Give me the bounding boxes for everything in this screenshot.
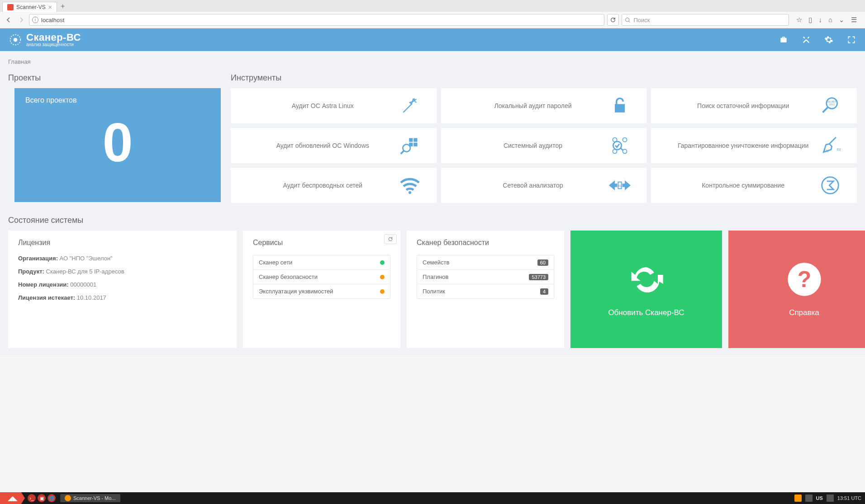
- tool-audit-astra[interactable]: Аудит ОС Astra Linux: [231, 88, 437, 123]
- browser-toolbar-icons: ☆ ▯ ↓ ⌂ ⌄ ☰: [792, 16, 861, 24]
- forward-button[interactable]: [16, 15, 26, 25]
- refresh-services-button[interactable]: [384, 234, 397, 244]
- status-dot-green: [380, 260, 385, 265]
- checklist-icon: [609, 135, 631, 156]
- stat-badge: 53773: [529, 274, 548, 280]
- clock[interactable]: 13:51 UTC: [837, 495, 861, 501]
- header-actions: [779, 35, 856, 44]
- status-dot-orange: [380, 289, 385, 294]
- stat-badge: 60: [537, 259, 548, 266]
- tool-windows-update-audit[interactable]: Аудит обновлений ОС Windows: [231, 128, 437, 163]
- svg-text:01: 01: [618, 184, 621, 187]
- sigma-icon: [819, 174, 841, 196]
- scanner-card: Сканер безопасности Семейств 60 Плагинов…: [407, 231, 564, 348]
- start-button[interactable]: ◢◣: [0, 492, 25, 504]
- lock-icon: [609, 95, 631, 117]
- arrows-icon: 01: [609, 174, 631, 196]
- downloads-icon[interactable]: ↓: [818, 16, 822, 24]
- tray-icon[interactable]: [805, 495, 813, 502]
- service-item: Эксплуатация уязвимостей: [253, 284, 390, 298]
- svg-rect-6: [409, 138, 413, 142]
- license-title: Лицензия: [18, 239, 227, 247]
- services-card: Сервисы Сканер сети Сканер безопасности …: [243, 231, 400, 348]
- back-button[interactable]: [4, 15, 14, 25]
- tab-close-icon[interactable]: ×: [48, 4, 52, 11]
- wifi-icon: [399, 174, 421, 196]
- magnifier-windows-icon: [399, 135, 421, 156]
- tool-network-analyzer[interactable]: Сетевой анализатор 01: [441, 168, 647, 203]
- scanner-stat-item: Плагинов 53773: [417, 270, 554, 284]
- tool-system-auditor[interactable]: Системный аудитор: [441, 128, 647, 163]
- firefox-icon: [65, 495, 71, 501]
- scanner-title: Сканер безопасности: [417, 239, 554, 247]
- tray-icon[interactable]: [794, 495, 802, 502]
- refresh-icon: [628, 261, 665, 297]
- terminal-icon[interactable]: ›_: [28, 494, 36, 502]
- home-icon[interactable]: ⌂: [828, 16, 832, 24]
- status-dot-orange: [380, 275, 385, 279]
- search-placeholder: Поиск: [633, 17, 650, 24]
- browser-tab[interactable]: Scanner-VS ×: [2, 2, 57, 12]
- projects-count: 0: [25, 104, 210, 180]
- tool-wireless-audit[interactable]: Аудит беспроводных сетей: [231, 168, 437, 203]
- fullscreen-icon[interactable]: [847, 35, 856, 44]
- update-button[interactable]: Обновить Сканер-ВС: [570, 231, 722, 348]
- tab-title: Scanner-VS: [16, 4, 46, 10]
- stat-badge: 4: [540, 288, 548, 295]
- tool-secure-delete[interactable]: Гарантированное уничтожение информации 0…: [651, 128, 857, 163]
- tool-grid: Аудит ОС Astra Linux Локальный аудит пар…: [231, 88, 857, 203]
- reload-button[interactable]: [607, 14, 619, 26]
- globe-icon[interactable]: 🌐: [48, 494, 56, 502]
- bookmark-icon[interactable]: ☆: [796, 16, 802, 24]
- svg-point-12: [623, 138, 627, 142]
- tray-icon[interactable]: [827, 495, 834, 502]
- license-card: Лицензия Организация: АО "НПО "Эшелон" П…: [8, 231, 237, 348]
- app-title: Сканер-ВС: [26, 33, 81, 42]
- state-section-title: Состояние системы: [8, 216, 857, 225]
- svg-text:SECRET: SECRET: [827, 101, 836, 103]
- tools-icon[interactable]: [802, 35, 811, 44]
- projects-label: Всего проектов: [25, 96, 210, 104]
- help-button[interactable]: ? Справка: [728, 231, 865, 348]
- projects-card[interactable]: Всего проектов 0: [14, 88, 221, 202]
- taskbar-task[interactable]: Scanner-VS - Mo...: [60, 494, 120, 502]
- url-bar[interactable]: i localhost: [29, 14, 604, 26]
- new-tab-button[interactable]: +: [57, 1, 68, 12]
- tools-section-title: Инструменты: [231, 73, 857, 83]
- logo-icon: [9, 33, 22, 46]
- svg-text:010: 010: [837, 148, 841, 151]
- briefcase-icon[interactable]: [779, 35, 788, 44]
- keyboard-lang[interactable]: US: [816, 495, 823, 501]
- wand-icon: [399, 95, 421, 117]
- system-tray: US 13:51 UTC: [794, 495, 865, 502]
- svg-point-0: [626, 18, 629, 21]
- gear-icon[interactable]: [824, 35, 833, 44]
- app-subtitle: анализ защищенности: [26, 42, 81, 47]
- favicon: [7, 4, 14, 10]
- app-header: Сканер-ВС анализ защищенности: [0, 28, 865, 51]
- svg-rect-9: [413, 143, 417, 146]
- svg-point-2: [14, 38, 18, 42]
- search-bar[interactable]: Поиск: [622, 14, 789, 26]
- tool-local-password-audit[interactable]: Локальный аудит паролей: [441, 88, 647, 123]
- library-icon[interactable]: ▯: [808, 16, 812, 24]
- files-icon[interactable]: ▣: [38, 494, 46, 502]
- broom-icon: 010: [819, 135, 841, 156]
- pocket-icon[interactable]: ⌄: [839, 16, 845, 24]
- services-title: Сервисы: [253, 239, 390, 247]
- info-icon[interactable]: i: [32, 17, 38, 23]
- svg-text:10011: 10011: [829, 104, 835, 106]
- update-label: Обновить Сканер-ВС: [608, 308, 684, 317]
- taskbar: ◢◣ ›_ ▣ 🌐 Scanner-VS - Mo... US 13:51 UT…: [0, 492, 865, 504]
- breadcrumb[interactable]: Главная: [8, 58, 857, 65]
- help-icon: ?: [786, 261, 822, 297]
- svg-point-17: [409, 191, 411, 194]
- quick-launch: ›_ ▣ 🌐: [25, 494, 58, 502]
- help-label: Справка: [789, 308, 819, 317]
- logo[interactable]: Сканер-ВС анализ защищенности: [9, 33, 81, 47]
- svg-text:?: ?: [797, 267, 811, 292]
- menu-icon[interactable]: ☰: [851, 16, 857, 24]
- tab-bar: Scanner-VS × +: [0, 0, 865, 12]
- tool-checksum[interactable]: Контрольное суммирование: [651, 168, 857, 203]
- tool-residual-info-search[interactable]: Поиск остаточной информации SECRET10011: [651, 88, 857, 123]
